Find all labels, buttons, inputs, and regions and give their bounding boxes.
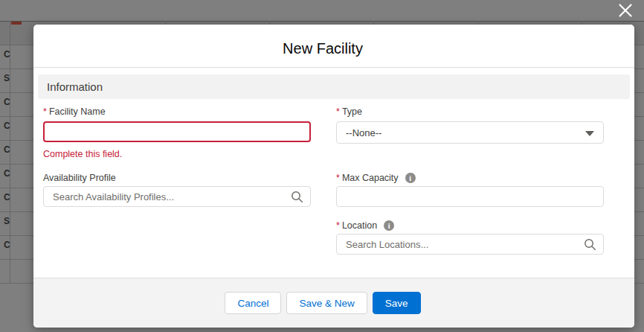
chevron-down-icon bbox=[585, 127, 594, 138]
required-asterisk: * bbox=[336, 106, 340, 117]
modal-title: New Facility bbox=[33, 40, 612, 57]
max-capacity-input[interactable] bbox=[336, 186, 604, 207]
location-field-wrap bbox=[336, 234, 604, 255]
header-divider bbox=[33, 67, 634, 68]
availability-profile-label: Availability Profile bbox=[43, 173, 116, 183]
location-label: * Location i bbox=[336, 220, 394, 231]
cancel-button[interactable]: Cancel bbox=[225, 292, 281, 314]
max-capacity-label: * Max Capacity i bbox=[336, 173, 416, 183]
type-label: * Type bbox=[336, 106, 362, 117]
type-selected-value: --None-- bbox=[346, 127, 381, 138]
info-icon[interactable]: i bbox=[405, 173, 416, 183]
new-facility-modal: New Facility Information * Facility Name… bbox=[33, 25, 634, 328]
availability-profile-field-wrap bbox=[43, 186, 311, 207]
facility-name-field-wrap bbox=[43, 121, 311, 142]
close-button[interactable] bbox=[614, 0, 637, 21]
save-and-new-button[interactable]: Save & New bbox=[286, 292, 367, 314]
section-header-information: Information bbox=[38, 74, 630, 99]
availability-profile-label-text: Availability Profile bbox=[43, 173, 116, 183]
max-capacity-label-text: Max Capacity bbox=[342, 173, 399, 183]
required-asterisk: * bbox=[336, 220, 340, 231]
modal-footer: Cancel Save & New Save bbox=[33, 278, 634, 328]
location-search-input[interactable] bbox=[336, 234, 604, 255]
required-asterisk: * bbox=[43, 106, 47, 117]
close-icon bbox=[616, 10, 634, 22]
facility-name-error: Complete this field. bbox=[43, 149, 122, 159]
location-label-text: Location bbox=[342, 220, 377, 231]
required-asterisk: * bbox=[336, 173, 340, 183]
facility-name-input[interactable] bbox=[43, 121, 311, 142]
info-icon[interactable]: i bbox=[384, 220, 394, 231]
facility-name-label: * Facility Name bbox=[43, 106, 106, 117]
availability-profile-search-input[interactable] bbox=[43, 186, 311, 207]
save-button[interactable]: Save bbox=[373, 292, 421, 314]
type-select[interactable]: --None-- bbox=[336, 121, 604, 144]
facility-name-label-text: Facility Name bbox=[49, 106, 106, 117]
max-capacity-field-wrap bbox=[336, 186, 604, 207]
type-label-text: Type bbox=[342, 106, 362, 117]
